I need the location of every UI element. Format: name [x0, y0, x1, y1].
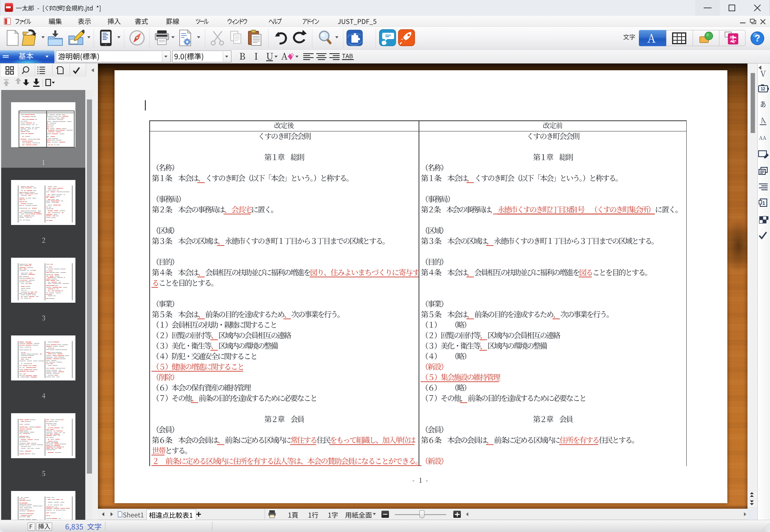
svg-text:12: 12	[761, 87, 765, 91]
svg-text:1: 1	[762, 200, 765, 206]
